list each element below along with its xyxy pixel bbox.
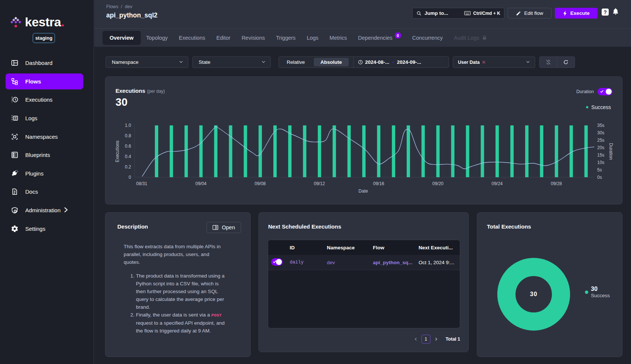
svg-text:0.2: 0.2 — [125, 164, 131, 170]
svg-text:25s: 25s — [597, 138, 604, 143]
svg-text:20s: 20s — [597, 145, 604, 150]
svg-text:15s: 15s — [597, 153, 604, 158]
svg-text:0.4: 0.4 — [125, 154, 131, 159]
svg-text:09/16: 09/16 — [373, 181, 384, 186]
svg-text:30s: 30s — [597, 130, 604, 135]
svg-text:08/31: 08/31 — [136, 181, 147, 186]
svg-text:1.0: 1.0 — [125, 123, 131, 128]
svg-text:Date: Date — [358, 188, 368, 194]
svg-text:09/08: 09/08 — [254, 181, 266, 186]
svg-text:5s: 5s — [597, 167, 602, 173]
svg-text:0: 0 — [129, 175, 131, 180]
svg-text:0s: 0s — [597, 175, 602, 180]
svg-text:Duration: Duration — [608, 143, 614, 160]
svg-text:Executions: Executions — [115, 141, 120, 163]
svg-text:35s: 35s — [597, 123, 604, 128]
svg-text:09/20: 09/20 — [432, 181, 443, 186]
svg-text:0.6: 0.6 — [125, 144, 131, 149]
svg-text:10s: 10s — [597, 160, 604, 165]
svg-text:09/28: 09/28 — [551, 181, 562, 186]
svg-text:09/12: 09/12 — [314, 181, 325, 186]
svg-text:0.8: 0.8 — [125, 133, 131, 138]
svg-text:09/04: 09/04 — [195, 181, 206, 186]
svg-text:09/24: 09/24 — [491, 181, 502, 186]
